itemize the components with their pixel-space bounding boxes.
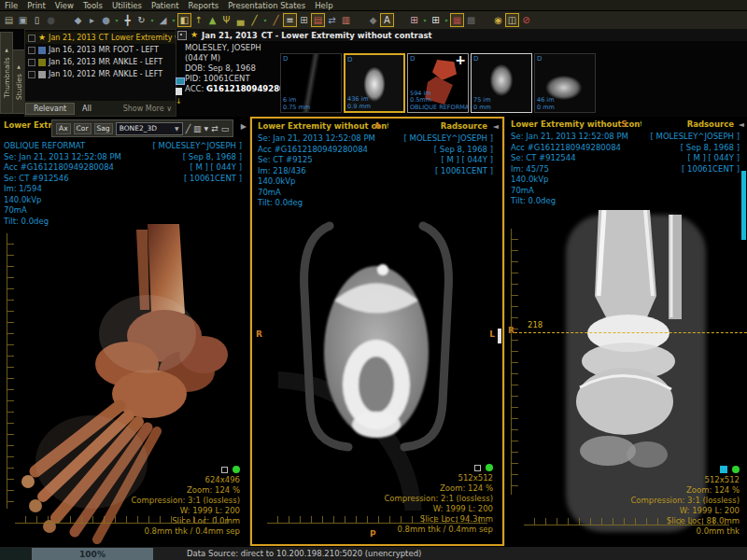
study-row-current[interactable]: ★ Jan 21, 2013 CT Lower Extremity withou…: [25, 32, 176, 44]
show-more-link[interactable]: Show More ∨: [123, 105, 176, 113]
volume-grid-icon[interactable]: ▩: [464, 13, 478, 27]
menu-reports[interactable]: Reports: [184, 1, 224, 10]
study-row[interactable]: Jan 16, 2013 MR FOOT - LEFT: [25, 44, 176, 56]
series-prev-icon[interactable]: ◄: [493, 122, 499, 131]
marker-icon[interactable]: ╱: [269, 13, 283, 27]
viewport-3d-oblique[interactable]: Lower Extremity without contrast Ax Cor …: [0, 117, 250, 546]
grid-pink-icon[interactable]: ⊞: [407, 13, 421, 27]
menu-utilities[interactable]: Utilities: [107, 1, 147, 10]
sync-square-icon[interactable]: [221, 467, 228, 473]
report-icon[interactable]: ▤: [311, 13, 325, 27]
gown-icon[interactable]: ◫: [505, 13, 519, 27]
text-report-icon[interactable]: A: [380, 13, 394, 27]
study-checkbox[interactable]: [28, 47, 35, 54]
frame-icon[interactable]: ▭: [221, 123, 230, 134]
hammer-tool-icon[interactable]: ◢: [156, 13, 170, 27]
flag-icon[interactable]: ▸: [85, 13, 99, 27]
open-exam-icon[interactable]: ▤: [2, 13, 16, 27]
grow-region-icon[interactable]: ▲: [205, 13, 219, 27]
sagittal-button[interactable]: Sag: [94, 123, 113, 134]
reference-line[interactable]: [514, 332, 747, 333]
series-thumbnail-sagittal[interactable]: D 46 im 0 mm: [534, 53, 596, 113]
layout-grid-icon[interactable]: ⊞: [297, 13, 311, 27]
layout-icon[interactable]: ▥: [193, 123, 202, 134]
axial-button[interactable]: Ax: [56, 123, 71, 134]
patient-overlay: [ MOLESLEY^JOSEPH ][ Sep 8, 1968 ] [ M ]…: [153, 141, 242, 184]
menu-view[interactable]: View: [50, 1, 78, 10]
new-document-icon[interactable]: ▯: [30, 13, 44, 27]
status-left-box: [0, 548, 30, 560]
angle-tool-icon[interactable]: Ψ: [219, 13, 233, 27]
add-series-icon[interactable]: +: [455, 53, 466, 67]
link-icon[interactable]: ⇄: [211, 123, 218, 134]
stop-icon[interactable]: ⊘: [519, 13, 533, 27]
chess-piece-icon[interactable]: ◆: [366, 13, 380, 27]
expand-icon[interactable]: [177, 31, 187, 40]
edit-icon[interactable]: ╱: [186, 123, 190, 134]
dropdown-arrow-icon[interactable]: ▾: [170, 13, 177, 27]
window-level-icon[interactable]: ◧: [177, 13, 191, 27]
menu-file[interactable]: File: [0, 1, 22, 10]
pencil-icon[interactable]: ╱: [247, 13, 261, 27]
horizontal-ruler: [267, 516, 487, 524]
filter-all[interactable]: All: [75, 104, 99, 114]
sync-square-icon[interactable]: [720, 466, 727, 473]
record-icon[interactable]: ●: [44, 13, 58, 27]
orientation-left: R: [256, 329, 262, 339]
viewport-coronal[interactable]: Lower Extremity without contrast S Radso…: [504, 117, 747, 546]
grid-white-icon[interactable]: ⊞: [429, 13, 443, 27]
save-icon[interactable]: ▣: [16, 13, 30, 27]
pan-hand-icon[interactable]: ╋: [120, 13, 134, 27]
preset-select[interactable]: BONE2_3D ▼: [116, 122, 183, 135]
sync-square-icon[interactable]: [474, 465, 481, 471]
study-checkbox[interactable]: [28, 71, 35, 78]
reference-line-label: 218: [528, 320, 543, 329]
menu-print[interactable]: Print: [22, 1, 50, 10]
histogram-icon[interactable]: ▥: [339, 13, 353, 27]
key-image-icon[interactable]: ◉: [491, 13, 505, 27]
study-modality: MR: [99, 46, 110, 54]
arrow-up-icon[interactable]: ↑: [191, 13, 205, 27]
rotate-icon[interactable]: ↻: [134, 13, 148, 27]
download-icon[interactable]: ↓: [176, 98, 185, 105]
dropdown-arrow-icon[interactable]: ▾: [443, 13, 450, 27]
study-checkbox[interactable]: [28, 35, 35, 42]
tab-thumbnails[interactable]: Thumbnails ▾: [0, 32, 13, 114]
series-thumbnail-oblique-3d[interactable]: D + 594 im 0.5mm OBLIQUE REFORMAT: [407, 53, 469, 113]
menu-presentation-states[interactable]: Presentation States: [223, 1, 310, 10]
probe-icon[interactable]: ●: [99, 13, 113, 27]
mpr-icon[interactable]: ▦: [450, 13, 464, 27]
dropdown-arrow-icon[interactable]: ▾: [113, 13, 120, 27]
navigator-icon[interactable]: ◆: [71, 13, 85, 27]
stamp-icon[interactable]: ▄: [233, 13, 247, 27]
coronal-button[interactable]: Cor: [74, 123, 92, 134]
menu-patient[interactable]: Patient: [147, 1, 184, 10]
display-icon[interactable]: [176, 77, 185, 85]
study-checkbox[interactable]: [28, 59, 35, 66]
menu-tools[interactable]: Tools: [78, 1, 107, 10]
study-description: FOOT - LEFT: [113, 46, 159, 54]
stack-scrollbar-thumb[interactable]: [498, 329, 501, 343]
chevron-down-icon[interactable]: ▼: [204, 123, 209, 134]
study-row[interactable]: Jan 10, 2012 MR ANKLE - LEFT: [25, 68, 176, 80]
viewport-axial[interactable]: Lower Extremity without contrast A Radso…: [250, 117, 504, 546]
series-scrollbar[interactable]: [741, 171, 746, 240]
dropdown-arrow-icon[interactable]: ▾: [148, 13, 156, 27]
pacs-window: File Print View Tools Utilities Patient …: [0, 0, 747, 560]
link-series-icon[interactable]: ⇄: [325, 13, 339, 27]
stack-icon[interactable]: ≡: [283, 13, 297, 27]
series-thumbnail-axial[interactable]: D 436 im 0.9 mm: [344, 53, 405, 113]
stats-overlay: 624x496Zoom: 124 % Compression: 3:1 (los…: [131, 466, 240, 537]
series-thumbnail-coronal[interactable]: D 75 im 0 mm: [471, 53, 532, 113]
series-prev-icon[interactable]: ◄: [739, 120, 744, 129]
pane-collapse-icon[interactable]: ▶: [241, 122, 247, 131]
series-thumbnail-scout[interactable]: D 6 im 0.75 mm: [280, 53, 342, 113]
series-marker: D: [473, 55, 478, 63]
dropdown-arrow-icon[interactable]: ▾: [421, 13, 429, 27]
study-row[interactable]: Jan 16, 2013 MR ANKLE - LEFT: [25, 56, 176, 68]
document-icon[interactable]: [176, 88, 182, 95]
tab-studies[interactable]: Studies ▾: [12, 49, 25, 114]
filter-relevant[interactable]: Relevant: [25, 103, 75, 115]
dropdown-arrow-icon[interactable]: ▾: [261, 13, 269, 27]
menu-help[interactable]: Help: [310, 1, 337, 10]
